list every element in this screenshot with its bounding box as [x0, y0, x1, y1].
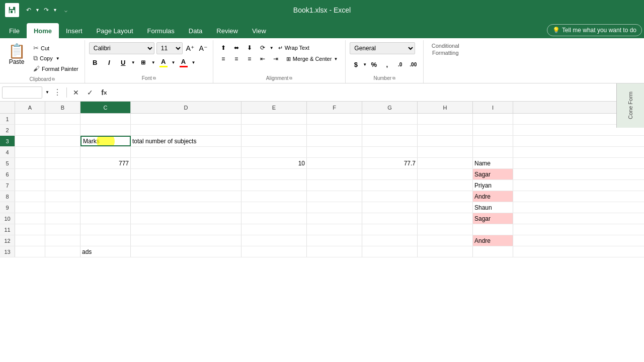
cell-i8[interactable]: Andre [473, 191, 513, 202]
tab-data[interactable]: Data [182, 23, 209, 38]
row-num-9[interactable]: 9 [0, 202, 15, 213]
cell-b9[interactable] [45, 202, 80, 213]
row-num-10[interactable]: 10 [0, 213, 15, 224]
row-num-13[interactable]: 13 [0, 246, 15, 257]
cell-d2[interactable] [131, 125, 242, 135]
cell-a9[interactable] [15, 202, 45, 213]
cell-e11[interactable] [242, 224, 307, 235]
increase-indent-button[interactable]: ⇥ [270, 53, 282, 64]
cell-c1[interactable] [80, 114, 131, 124]
cell-c3[interactable]: Marks [80, 136, 131, 146]
cell-c12[interactable] [80, 235, 131, 246]
align-right-button[interactable]: ≡ [244, 53, 256, 64]
cell-b6[interactable] [45, 169, 80, 179]
cell-h3[interactable] [418, 136, 473, 146]
tab-page-layout[interactable]: Page Layout [90, 23, 140, 38]
cell-f5[interactable] [307, 158, 362, 168]
cell-i6[interactable]: Sagar [473, 169, 513, 179]
cancel-formula-button[interactable]: ✕ [70, 86, 82, 99]
row-num-4[interactable]: 4 [0, 147, 15, 157]
merge-center-button[interactable]: ⊞ Merge & Center ▼ [283, 53, 342, 64]
cell-i4[interactable] [473, 147, 513, 157]
decrease-decimal-button[interactable]: .0 [394, 58, 406, 70]
cell-d11[interactable] [131, 224, 242, 235]
save-button[interactable] [5, 3, 19, 17]
col-header-h[interactable]: H [418, 102, 473, 113]
font-decrease-button[interactable]: A⁻ [198, 42, 209, 54]
bold-button[interactable]: B [89, 56, 101, 68]
cell-g5[interactable]: 77.7 [362, 158, 418, 168]
cell-d8[interactable] [131, 191, 242, 202]
cell-i2[interactable] [473, 125, 513, 135]
borders-button[interactable]: ⊞ [137, 56, 149, 68]
cell-a13[interactable] [15, 246, 45, 257]
row-num-11[interactable]: 11 [0, 224, 15, 235]
cell-c9[interactable] [80, 202, 131, 213]
undo-button[interactable]: ↶ [23, 5, 34, 16]
borders-dropdown[interactable]: ▼ [151, 60, 155, 65]
cell-i5[interactable]: Name [473, 158, 513, 168]
cell-d10[interactable] [131, 213, 242, 224]
cell-g4[interactable] [362, 147, 418, 157]
cell-b12[interactable] [45, 235, 80, 246]
cell-f1[interactable] [307, 114, 362, 124]
cell-d7[interactable] [131, 180, 242, 191]
align-top-button[interactable]: ⬆ [217, 42, 229, 53]
cell-c8[interactable] [80, 191, 131, 202]
cell-i10[interactable]: Sagar [473, 213, 513, 224]
cell-f10[interactable] [307, 213, 362, 224]
col-header-g[interactable]: G [362, 102, 418, 113]
cell-f8[interactable] [307, 191, 362, 202]
col-header-d[interactable]: D [131, 102, 242, 113]
font-color-button[interactable]: A [178, 56, 190, 68]
cell-i9[interactable]: Shaun [473, 202, 513, 213]
cell-e13[interactable] [242, 246, 307, 257]
tab-formulas[interactable]: Formulas [140, 23, 182, 38]
cell-c13[interactable]: ads [80, 246, 131, 257]
cell-e7[interactable] [242, 180, 307, 191]
cell-h1[interactable] [418, 114, 473, 124]
cell-c5[interactable]: 777 [80, 158, 131, 168]
cell-a5[interactable] [15, 158, 45, 168]
cell-a12[interactable] [15, 235, 45, 246]
cell-h11[interactable] [418, 224, 473, 235]
cell-h7[interactable] [418, 180, 473, 191]
col-header-b[interactable]: B [45, 102, 80, 113]
clipboard-expand-icon[interactable]: ⧉ [52, 77, 55, 82]
cell-f9[interactable] [307, 202, 362, 213]
copy-button[interactable]: ⧉ Copy ▼ [31, 53, 80, 63]
cell-c4[interactable] [80, 147, 131, 157]
redo-arrow[interactable]: ▼ [53, 8, 57, 13]
cell-f6[interactable] [307, 169, 362, 179]
cell-f2[interactable] [307, 125, 362, 135]
cell-i11[interactable] [473, 224, 513, 235]
align-center-button[interactable]: ≡ [230, 53, 243, 64]
cell-a11[interactable] [15, 224, 45, 235]
font-family-select[interactable]: Calibri [89, 42, 154, 54]
row-num-12[interactable]: 12 [0, 235, 15, 246]
cell-f13[interactable] [307, 246, 362, 257]
col-header-c[interactable]: C [80, 102, 131, 113]
cell-g12[interactable] [362, 235, 418, 246]
cell-a8[interactable] [15, 191, 45, 202]
fill-color-button[interactable]: A [157, 56, 170, 68]
align-bottom-button[interactable]: ⬇ [244, 42, 256, 53]
col-header-f[interactable]: F [307, 102, 362, 113]
cell-g6[interactable] [362, 169, 418, 179]
font-size-select[interactable]: 11 [156, 42, 183, 54]
cell-b13[interactable] [45, 246, 80, 257]
cell-g13[interactable] [362, 246, 418, 257]
cell-h6[interactable] [418, 169, 473, 179]
cell-a2[interactable] [15, 125, 45, 135]
cell-e9[interactable] [242, 202, 307, 213]
cell-d4[interactable] [131, 147, 242, 157]
cell-e2[interactable] [242, 125, 307, 135]
cell-i7[interactable]: Priyan [473, 180, 513, 191]
font-increase-button[interactable]: A⁺ [185, 42, 196, 54]
cell-d13[interactable] [131, 246, 242, 257]
font-color-dropdown[interactable]: ▼ [192, 60, 196, 65]
increase-decimal-button[interactable]: .00 [407, 58, 419, 70]
cell-e5[interactable]: 10 [242, 158, 307, 168]
cell-i12[interactable]: Andre [473, 235, 513, 246]
cell-a6[interactable] [15, 169, 45, 179]
